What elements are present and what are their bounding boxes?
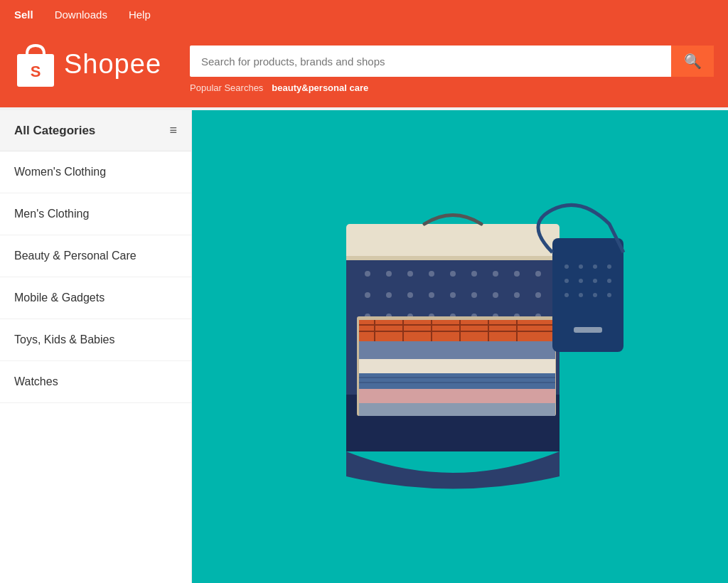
svg-rect-95: [552, 238, 623, 352]
svg-point-10: [514, 271, 520, 277]
logo-text: Shopee: [64, 49, 161, 80]
svg-point-101: [564, 279, 569, 283]
svg-point-13: [386, 292, 392, 298]
svg-point-104: [607, 279, 611, 283]
all-categories-title: All Categories: [14, 124, 95, 138]
search-button[interactable]: 🔍: [671, 46, 714, 77]
svg-point-16: [450, 292, 456, 298]
sell-link[interactable]: Sell: [14, 9, 33, 21]
svg-point-14: [407, 292, 413, 298]
svg-point-5: [407, 271, 413, 277]
svg-rect-94: [346, 256, 560, 260]
top-nav: Sell Downloads Help: [0, 0, 728, 28]
search-icon: 🔍: [684, 53, 702, 70]
svg-point-100: [607, 264, 611, 269]
svg-point-99: [593, 264, 597, 269]
svg-point-98: [579, 264, 583, 269]
svg-point-11: [535, 271, 541, 277]
svg-point-106: [579, 293, 583, 297]
svg-point-9: [493, 271, 498, 277]
logo-area[interactable]: S Shopee: [14, 40, 161, 88]
search-input[interactable]: [190, 46, 671, 77]
sidebar-item-toys-kids-babies[interactable]: Toys, Kids & Babies: [0, 319, 191, 361]
sidebar-item-womens-clothing[interactable]: Women's Clothing: [0, 151, 191, 193]
svg-point-108: [607, 293, 611, 297]
svg-rect-88: [359, 373, 555, 389]
banner-product-container: [220, 110, 728, 583]
svg-point-107: [593, 293, 597, 297]
sidebar: All Categories ≡ Women's Clothing Men's …: [0, 110, 192, 583]
product-illustration: [304, 196, 645, 501]
main-header: S Shopee 🔍 Popular Searches beauty&perso…: [0, 28, 728, 107]
svg-rect-86: [359, 341, 555, 359]
banner-area: [192, 110, 728, 583]
sidebar-item-beauty-personal-care[interactable]: Beauty & Personal Care: [0, 235, 191, 277]
svg-point-102: [579, 279, 583, 283]
svg-point-20: [535, 292, 541, 298]
sidebar-item-mens-clothing[interactable]: Men's Clothing: [0, 193, 191, 235]
svg-point-105: [564, 293, 569, 297]
svg-point-19: [514, 292, 520, 298]
svg-point-15: [429, 292, 434, 298]
svg-rect-87: [359, 359, 555, 373]
sidebar-item-mobile-gadgets[interactable]: Mobile & Gadgets: [0, 277, 191, 319]
search-container: 🔍: [190, 46, 714, 77]
popular-searches-label: Popular Searches: [190, 82, 263, 93]
list-icon[interactable]: ≡: [169, 123, 177, 138]
sidebar-header: All Categories ≡: [0, 110, 191, 151]
svg-rect-96: [574, 327, 602, 333]
popular-tag-beauty[interactable]: beauty&personal care: [272, 82, 368, 93]
svg-rect-93: [346, 224, 560, 260]
svg-point-4: [386, 271, 392, 277]
popular-searches-bar: Popular Searches beauty&personal care: [190, 82, 714, 93]
svg-point-103: [593, 279, 597, 283]
svg-point-7: [450, 271, 456, 277]
svg-point-3: [365, 271, 370, 277]
help-link[interactable]: Help: [129, 9, 151, 21]
main-content: All Categories ≡ Women's Clothing Men's …: [0, 110, 728, 583]
downloads-link[interactable]: Downloads: [55, 9, 107, 21]
svg-text:S: S: [31, 63, 41, 80]
svg-point-6: [429, 271, 434, 277]
svg-point-12: [365, 292, 370, 298]
svg-rect-92: [359, 403, 555, 416]
svg-point-8: [471, 271, 477, 277]
shopee-logo-icon: S: [14, 40, 57, 88]
svg-point-97: [564, 264, 569, 269]
svg-point-17: [471, 292, 477, 298]
search-area: 🔍 Popular Searches beauty&personal care: [190, 46, 714, 93]
svg-rect-91: [359, 389, 555, 403]
svg-point-18: [493, 292, 498, 298]
sidebar-item-watches[interactable]: Watches: [0, 361, 191, 403]
